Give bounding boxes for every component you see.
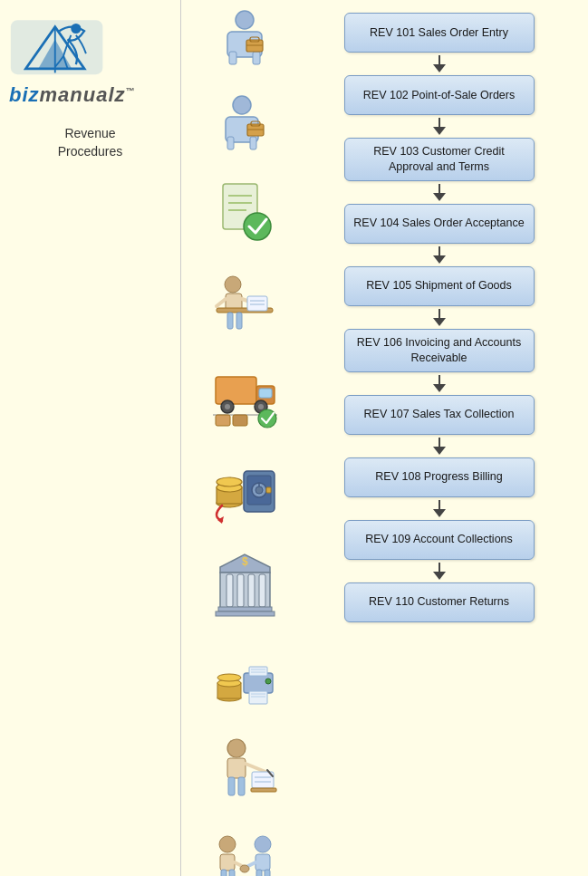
svg-line-81 xyxy=(246,764,265,772)
svg-rect-15 xyxy=(250,137,256,149)
connector-line xyxy=(439,500,440,509)
connector-8 xyxy=(344,563,535,580)
proc-label-rev102: REV 102 Point-of-Sale Orders xyxy=(363,88,515,103)
proc-box-rev109[interactable]: REV 109 Account Collections xyxy=(344,520,535,560)
icons-column: $ xyxy=(190,9,299,876)
icon-rev103 xyxy=(190,179,299,250)
svg-point-97 xyxy=(240,865,249,872)
sidebar-title: RevenueProcedures xyxy=(58,125,123,160)
svg-point-40 xyxy=(258,404,264,409)
svg-rect-58 xyxy=(227,574,233,607)
svg-rect-92 xyxy=(255,854,270,871)
flow-container: $ xyxy=(190,9,579,876)
icon-rev105 xyxy=(190,359,299,429)
svg-rect-88 xyxy=(220,854,235,871)
svg-rect-60 xyxy=(248,574,255,607)
connector-line xyxy=(439,563,440,572)
svg-point-38 xyxy=(225,404,230,409)
svg-rect-63 xyxy=(218,607,272,611)
proc-label-rev103: REV 103 Customer Credit Approval and Ter… xyxy=(352,144,526,175)
svg-point-87 xyxy=(219,836,236,852)
connector-arrow xyxy=(433,193,446,201)
svg-rect-90 xyxy=(229,870,235,876)
brand-text: bizmanualz™ xyxy=(9,83,136,107)
proc-box-rev103[interactable]: REV 103 Customer Credit Approval and Ter… xyxy=(344,138,535,181)
connector-line xyxy=(439,438,440,447)
proc-box-rev101[interactable]: REV 101 Sales Order Entry xyxy=(344,13,535,53)
connector-arrow xyxy=(433,255,446,264)
svg-rect-34 xyxy=(216,377,256,404)
proc-box-rev107[interactable]: REV 107 Sales Tax Collection xyxy=(344,395,535,435)
svg-rect-32 xyxy=(227,313,233,329)
proc-box-rev110[interactable]: REV 110 Customer Returns xyxy=(344,582,535,622)
connector-7 xyxy=(344,500,535,517)
connector-4 xyxy=(344,309,535,326)
svg-rect-73 xyxy=(249,691,267,704)
connector-line xyxy=(439,55,440,64)
proc-box-rev102[interactable]: REV 102 Point-of-Sale Orders xyxy=(344,75,535,115)
proc-label-rev109: REV 109 Account Collections xyxy=(365,532,513,547)
proc-label-rev101: REV 101 Sales Order Entry xyxy=(370,25,508,41)
svg-rect-79 xyxy=(228,777,235,795)
page: bizmanualz™ RevenueProcedures xyxy=(0,0,588,876)
svg-text:$: $ xyxy=(242,555,248,568)
connector-line xyxy=(439,184,440,193)
svg-rect-64 xyxy=(216,611,275,616)
connector-3 xyxy=(344,246,535,264)
connector-arrow xyxy=(433,318,446,326)
icon-rev109 xyxy=(190,736,299,806)
connector-1 xyxy=(344,118,535,135)
proc-label-rev104: REV 104 Sales Order Acceptance xyxy=(353,216,524,231)
icon-rev106 xyxy=(190,453,299,524)
icon-rev110 xyxy=(190,830,299,876)
svg-rect-14 xyxy=(227,137,234,149)
proc-label-rev108: REV 108 Progress Billing xyxy=(375,469,502,485)
svg-rect-29 xyxy=(247,296,267,311)
proc-box-rev106[interactable]: REV 106 Invoicing and Accounts Receivabl… xyxy=(344,329,535,372)
connector-arrow xyxy=(433,127,446,135)
brand-manualz: manualz xyxy=(40,83,126,106)
logo-area: bizmanualz™ xyxy=(0,9,180,107)
proc-box-rev104[interactable]: REV 104 Sales Order Acceptance xyxy=(344,204,535,244)
boxes-column: REV 101 Sales Order Entry REV 102 Point-… xyxy=(299,9,579,876)
svg-rect-43 xyxy=(233,415,247,426)
svg-rect-89 xyxy=(221,870,227,876)
svg-rect-8 xyxy=(253,52,260,64)
left-panel: bizmanualz™ RevenueProcedures xyxy=(0,0,181,876)
svg-point-5 xyxy=(236,11,254,29)
proc-box-rev108[interactable]: REV 108 Progress Billing xyxy=(344,457,535,497)
connector-arrow xyxy=(433,572,446,580)
icon-rev101 xyxy=(190,9,299,71)
svg-rect-33 xyxy=(236,313,242,329)
proc-label-rev107: REV 107 Sales Tax Collection xyxy=(364,407,515,422)
svg-rect-86 xyxy=(251,788,276,792)
icon-rev108 xyxy=(190,641,299,712)
brand-tm: ™ xyxy=(126,86,136,96)
svg-rect-42 xyxy=(216,415,230,426)
icon-rev107: $ xyxy=(190,547,299,618)
svg-point-91 xyxy=(255,836,271,852)
connector-arrow xyxy=(433,384,446,392)
proc-label-rev110: REV 110 Customer Returns xyxy=(369,594,509,610)
svg-rect-7 xyxy=(229,52,236,64)
connector-6 xyxy=(344,438,535,455)
connector-line xyxy=(439,309,440,318)
svg-point-68 xyxy=(217,674,241,681)
icon-rev102 xyxy=(190,94,299,156)
proc-label-rev106: REV 106 Invoicing and Accounts Receivabl… xyxy=(352,335,526,366)
svg-line-26 xyxy=(217,299,226,306)
svg-rect-61 xyxy=(259,574,265,607)
proc-label-rev105: REV 105 Shipment of Goods xyxy=(366,278,512,294)
svg-point-48 xyxy=(217,477,242,486)
right-panel: $ xyxy=(181,0,588,876)
connector-5 xyxy=(344,375,535,392)
connector-line xyxy=(439,246,440,255)
icon-rev104 xyxy=(190,274,299,335)
svg-point-24 xyxy=(225,276,241,293)
svg-rect-59 xyxy=(237,574,244,607)
svg-point-76 xyxy=(265,679,271,684)
logo-icon xyxy=(9,18,118,82)
proc-box-rev105[interactable]: REV 105 Shipment of Goods xyxy=(344,266,535,306)
svg-rect-78 xyxy=(227,758,246,778)
svg-point-12 xyxy=(233,96,251,114)
